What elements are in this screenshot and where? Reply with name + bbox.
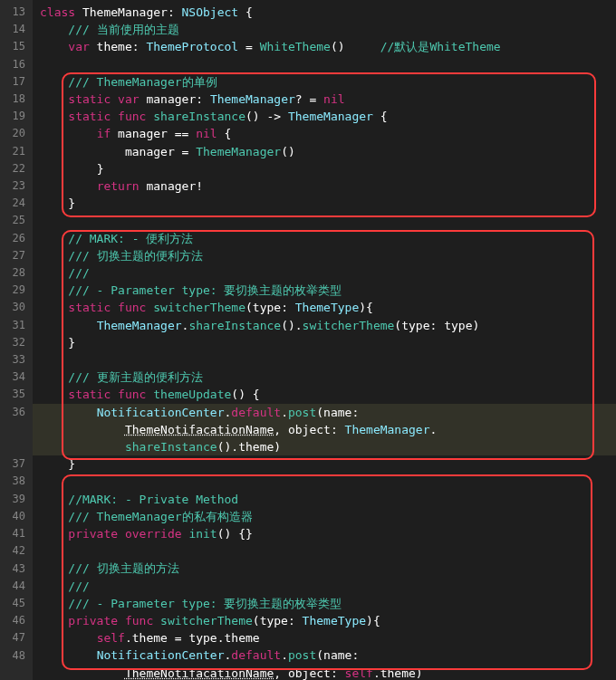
token: nil (323, 92, 344, 106)
line-number: 23 (4, 177, 25, 195)
code-line[interactable]: class ThemeManager: NSObject { (33, 4, 616, 21)
code-line[interactable]: NotificationCenter.default.post(name: (33, 404, 616, 421)
token: // MARK: - 便利方法 (68, 232, 193, 245)
token: ( (316, 406, 323, 419)
code-line[interactable]: manager = ThemeManager() (33, 143, 616, 160)
code-line[interactable]: self.theme = type.theme (33, 629, 616, 646)
line-number: 32 (4, 334, 25, 351)
token: ThemeProtocol (146, 40, 238, 53)
code-line[interactable]: static func shareInstance() -> ThemeMana… (33, 108, 616, 125)
token: } (68, 196, 75, 210)
token: manager (125, 145, 182, 158)
code-line[interactable]: ThemeManager.shareInstance().switcherThe… (33, 317, 616, 334)
token (40, 110, 68, 123)
line-number: 37 (4, 455, 25, 473)
token (40, 196, 68, 210)
code-line[interactable]: static func switcherTheme(type: ThemeTyp… (33, 299, 616, 316)
token: /// - Parameter type: 要切换主题的枚举类型 (68, 283, 342, 297)
code-line[interactable] (33, 542, 616, 560)
code-line[interactable]: /// 切换主题的方法 (33, 560, 616, 577)
token (40, 666, 125, 680)
token (40, 493, 68, 506)
token: private func (68, 614, 153, 627)
line-number: 27 (4, 247, 25, 264)
line-number: 43 (4, 560, 25, 578)
token: name (323, 648, 351, 662)
line-number: 19 (4, 108, 25, 125)
code-line[interactable]: static var manager: ThemeManager? = nil (33, 91, 616, 108)
code-line[interactable]: } (33, 160, 616, 177)
token: = (168, 631, 188, 645)
line-number: 20 (4, 125, 25, 142)
token (40, 336, 68, 350)
token: . (281, 406, 288, 419)
token: object (288, 423, 331, 436)
code-line[interactable] (33, 473, 616, 490)
token: ) (274, 440, 281, 454)
code-line[interactable]: /// (33, 264, 616, 282)
token (40, 510, 68, 523)
token: theme (225, 631, 260, 645)
code-line[interactable] (33, 351, 616, 369)
token: /// ThemeManager的私有构造器 (68, 510, 252, 523)
code-line[interactable]: private func switcherTheme(type: ThemeTy… (33, 612, 616, 629)
token: //MARK: - Private Method (68, 493, 238, 506)
token: : (351, 406, 359, 419)
line-number: 28 (4, 264, 25, 282)
line-number: 21 (4, 143, 25, 160)
code-line[interactable]: NotificationCenter.default.post(name: (33, 646, 616, 664)
token (153, 614, 160, 627)
token: self (97, 631, 125, 645)
token: //默认是WhiteTheme (380, 40, 501, 53)
code-line[interactable]: var theme: ThemeProtocol = WhiteTheme() … (33, 38, 616, 55)
code-line[interactable]: /// - Parameter type: 要切换主题的枚举类型 (33, 595, 616, 612)
code-line[interactable]: ThemeNotifacationName, object: ThemeMana… (33, 421, 616, 438)
token: } (68, 457, 75, 471)
token (40, 92, 68, 106)
code-line[interactable]: /// - Parameter type: 要切换主题的枚举类型 (33, 282, 616, 299)
code-line[interactable]: static func themeUpdate() { (33, 386, 616, 403)
token: switcherTheme (153, 301, 245, 314)
token: (). (281, 319, 302, 332)
code-line[interactable]: ThemeNotifacationName, object: self.them… (33, 665, 616, 680)
token (40, 648, 97, 662)
line-number: 38 (4, 473, 25, 490)
code-line[interactable]: /// 切换主题的便利方法 (33, 247, 616, 264)
code-line[interactable]: //MARK: - Private Method (33, 491, 616, 508)
token: /// 当前使用的主题 (68, 23, 178, 36)
token: ( (316, 648, 323, 662)
token: default (231, 406, 281, 419)
token: object (288, 666, 331, 680)
token: theme (132, 631, 168, 645)
code-line[interactable]: } (33, 334, 616, 351)
code-line[interactable]: } (33, 455, 616, 473)
code-line[interactable]: /// 更新主题的便利方法 (33, 369, 616, 386)
code-line[interactable]: private override init() {} (33, 525, 616, 542)
code-line[interactable]: shareInstance().theme) (33, 438, 616, 455)
code-line[interactable]: /// 当前使用的主题 (33, 21, 616, 38)
token: return (97, 179, 140, 193)
code-line[interactable]: return manager! (33, 177, 616, 195)
code-line[interactable] (33, 212, 616, 229)
code-editor[interactable]: 1314151617181920212223242526272829303132… (0, 0, 616, 680)
line-number: 13 (4, 4, 25, 21)
code-line[interactable]: } (33, 195, 616, 212)
code-line[interactable]: /// ThemeManager的单例 (33, 73, 616, 91)
token: = (238, 40, 259, 53)
token: = (182, 145, 197, 158)
line-number: 41 (4, 525, 25, 542)
code-line[interactable] (33, 56, 616, 73)
token (40, 457, 68, 471)
token: ThemeType (303, 614, 366, 627)
code-line[interactable]: if manager == nil { (33, 125, 616, 142)
token: /// ThemeManager的单例 (68, 75, 217, 89)
line-number: 25 (4, 212, 25, 229)
token: ){ (366, 614, 380, 627)
token: manager (111, 127, 174, 140)
code-line[interactable]: /// (33, 578, 616, 595)
token: switcherTheme (303, 319, 395, 332)
code-line[interactable]: /// ThemeManager的私有构造器 (33, 508, 616, 525)
code-line[interactable]: // MARK: - 便利方法 (33, 230, 616, 247)
code-area[interactable]: class ThemeManager: NSObject { /// 当前使用的… (33, 0, 616, 680)
token: : (430, 319, 445, 332)
